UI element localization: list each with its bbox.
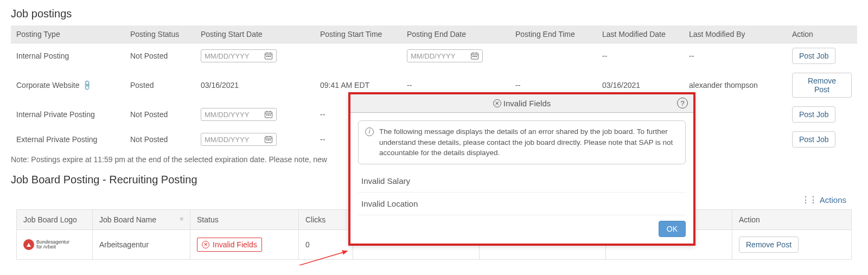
job-board-logo: Bundesagenturfür Arbeit [23, 239, 69, 250]
postings-column-header: Posting Type [11, 25, 125, 43]
sort-icon[interactable]: ≡ [180, 215, 183, 222]
svg-rect-5 [268, 56, 269, 57]
invalid-fields-dialog: ✕ Invalid Fields ? i The following messa… [348, 92, 695, 246]
boards-column-header: Action [732, 210, 852, 230]
post-job-button[interactable]: Post Job [792, 48, 835, 64]
boards-column-header: Job Board Name≡ [93, 210, 190, 230]
invalid-fields-text: Invalid Fields [213, 240, 257, 249]
postings-column-header: Last Modified By [684, 25, 787, 43]
start-date-input[interactable]: MM/DD/YYYY [201, 49, 277, 62]
svg-rect-20 [270, 114, 271, 116]
posting-row: Internal PostingNot PostedMM/DD/YYYYMM/D… [11, 43, 857, 69]
start-date-input[interactable]: MM/DD/YYYY [201, 133, 277, 146]
last-modified-by [684, 102, 787, 127]
posting-status: Not Posted [125, 127, 195, 152]
last-modified-date: -- [597, 43, 684, 69]
svg-rect-13 [476, 56, 477, 57]
help-icon[interactable]: ? [677, 98, 688, 108]
postings-column-header: Posting Status [125, 25, 195, 43]
posting-status: Not Posted [125, 43, 195, 69]
postings-column-header: Posting End Time [510, 25, 597, 43]
postings-column-header: Action [787, 25, 857, 43]
svg-rect-18 [266, 114, 267, 116]
postings-column-header: Posting Start Time [315, 25, 401, 43]
posting-start-date-cell: MM/DD/YYYY [195, 102, 315, 127]
actions-dots-icon: ⋮⋮ [801, 195, 816, 204]
postings-column-header: Posting Start Date [195, 25, 315, 43]
link-icon[interactable]: 🔗 [81, 80, 93, 92]
svg-rect-6 [270, 56, 271, 57]
remove-post-button[interactable]: Remove Post [792, 73, 852, 98]
dialog-title: Invalid Fields [503, 99, 551, 108]
last-modified-by: -- [684, 43, 787, 69]
posting-status: Posted [125, 68, 195, 102]
job-board-name: Arbeitsagentur [93, 230, 190, 260]
posting-type: Internal Private Posting [11, 102, 125, 127]
svg-rect-26 [268, 139, 269, 140]
dialog-info-text: The following message displays the detai… [379, 126, 679, 158]
start-date-input[interactable]: MM/DD/YYYY [201, 108, 277, 121]
svg-rect-12 [474, 56, 475, 57]
posting-start-date-cell: 03/16/2021 [195, 68, 315, 102]
clicks-cell: 0 [299, 230, 353, 260]
post-job-button[interactable]: Post Job [792, 106, 835, 123]
logo-caption: Bundesagenturfür Arbeit [36, 240, 69, 250]
posting-type: Corporate Website🔗 [11, 68, 125, 102]
invalid-field-item: Invalid Salary [358, 170, 686, 193]
posting-type: Internal Posting [11, 43, 125, 69]
posting-end-date-cell: MM/DD/YYYY [401, 43, 510, 69]
end-date-input[interactable]: MM/DD/YYYY [407, 49, 483, 62]
svg-rect-25 [266, 139, 267, 140]
posting-start-time [315, 43, 401, 69]
info-icon: i [365, 127, 374, 136]
posting-end-time [510, 43, 597, 69]
job-postings-heading: Job postings [11, 8, 857, 20]
dialog-error-icon: ✕ [493, 99, 501, 107]
error-icon: ✕ [202, 241, 209, 248]
posting-status: Not Posted [125, 102, 195, 127]
last-modified-by: alexander thompson [684, 68, 787, 102]
boards-column-header: Clicks [299, 210, 353, 230]
actions-label: Actions [820, 195, 846, 204]
post-job-button[interactable]: Post Job [792, 131, 835, 148]
posting-type: External Private Posting [11, 127, 125, 152]
dialog-header: ✕ Invalid Fields ? [350, 94, 693, 113]
svg-rect-27 [270, 139, 271, 140]
last-modified-by [684, 127, 787, 152]
ok-button[interactable]: OK [659, 221, 686, 237]
dialog-info-box: i The following message displays the det… [358, 120, 686, 164]
boards-column-header: Job Board Logo [17, 210, 93, 230]
remove-post-button[interactable]: Remove Post [739, 236, 799, 253]
boards-column-header: Status [190, 210, 299, 230]
postings-column-header: Last Modified Date [597, 25, 684, 43]
postings-column-header: Posting End Date [401, 25, 510, 43]
svg-rect-11 [473, 56, 474, 57]
invalid-field-item: Invalid Location [358, 193, 686, 215]
posting-start-date-cell: MM/DD/YYYY [195, 127, 315, 152]
posting-start-date-cell: MM/DD/YYYY [195, 43, 315, 69]
svg-rect-4 [266, 56, 267, 57]
invalid-fields-badge[interactable]: ✕ Invalid Fields [197, 238, 262, 252]
svg-rect-19 [268, 114, 269, 116]
